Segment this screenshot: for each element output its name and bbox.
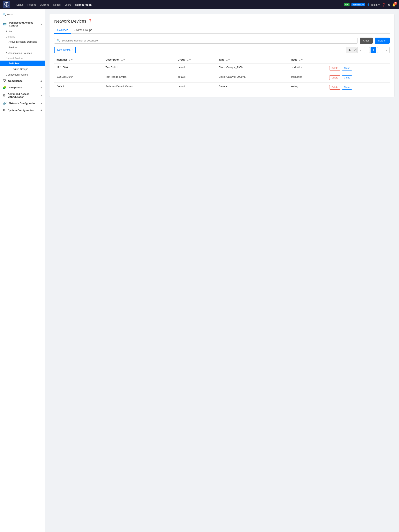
col-group[interactable]: Group ▲▼ bbox=[175, 56, 216, 63]
sidebar-section-network-config-header[interactable]: 🔗 Network Configuration ∧ bbox=[0, 100, 45, 107]
pagination: 25 10 50 100 « ‹ 1 › » bbox=[346, 47, 390, 53]
sidebar-item-switch-groups[interactable]: Switch Groups bbox=[0, 66, 45, 72]
sidebar-section-compliance: 🛡 Compliance ∧ bbox=[0, 77, 45, 84]
sidebar-section-policies-label: Policies and Access Control bbox=[9, 21, 39, 27]
chevron-down-icon-policies: ▾ bbox=[41, 23, 42, 25]
cell-actions-1: Delete Clone bbox=[327, 63, 390, 73]
clone-button-3[interactable]: Clone bbox=[342, 85, 352, 89]
api-badge[interactable]: API bbox=[344, 3, 349, 6]
delete-button-1[interactable]: Delete bbox=[329, 66, 340, 70]
delete-button-3[interactable]: Delete bbox=[329, 85, 340, 89]
nav-configuration[interactable]: Configuration bbox=[75, 3, 91, 7]
nav-status[interactable]: Status bbox=[16, 3, 24, 7]
sidebar-filter: 🔍 bbox=[0, 12, 45, 18]
delete-button-2[interactable]: Delete bbox=[329, 75, 340, 80]
sidebar-item-realms[interactable]: Realms bbox=[0, 44, 45, 50]
sidebar-label-network-devices: Network Devices bbox=[0, 56, 45, 61]
clone-button-1[interactable]: Clone bbox=[342, 66, 352, 70]
clone-button-2[interactable]: Clone bbox=[342, 75, 352, 80]
page-last-button[interactable]: » bbox=[384, 47, 390, 53]
sidebar-section-advanced-access-header[interactable]: ⚙ Advanced Access Configuration ∧ bbox=[0, 91, 45, 100]
puzzle-icon: 🧩 bbox=[3, 86, 7, 89]
sort-group-icon: ▲▼ bbox=[187, 59, 191, 61]
chevron-down-icon-compliance: ∧ bbox=[40, 80, 42, 82]
sort-type-icon: ▲▼ bbox=[226, 59, 230, 61]
cell-type-1: Cisco::Catalyst_2960 bbox=[216, 63, 288, 73]
main-content: Network Devices ❓ Switches Switch Groups… bbox=[45, 9, 399, 532]
chevron-down-icon-advanced: ∧ bbox=[40, 94, 42, 97]
sidebar: 🔍 🪪 Policies and Access Control ▾ Roles … bbox=[0, 9, 45, 532]
toolbar: New Switch ▾ 25 10 50 100 « ‹ 1 › » bbox=[54, 47, 390, 53]
cell-group-3: default bbox=[175, 82, 216, 92]
nav-users[interactable]: Users bbox=[64, 3, 71, 7]
logo[interactable] bbox=[3, 1, 10, 8]
col-description[interactable]: Description ▲▼ bbox=[103, 56, 175, 63]
page-current-button[interactable]: 1 bbox=[371, 47, 376, 53]
cell-description-2: Test Range Switch bbox=[103, 73, 175, 82]
help-circle-icon[interactable]: ❓ bbox=[88, 19, 92, 23]
nav-nodes[interactable]: Nodes bbox=[53, 3, 61, 7]
id-card-icon: 🪪 bbox=[3, 22, 7, 26]
sidebar-section-compliance-label: Compliance bbox=[8, 79, 39, 82]
nav-auditing[interactable]: Auditing bbox=[40, 3, 49, 7]
notification-bell-icon[interactable]: 🔔 3 bbox=[392, 3, 396, 7]
table-row: 192.168.0.1 Test Switch default Cisco::C… bbox=[54, 63, 390, 73]
search-input[interactable] bbox=[62, 39, 355, 42]
table-body: 192.168.0.1 Test Switch default Cisco::C… bbox=[54, 63, 390, 92]
tab-switches[interactable]: Switches bbox=[54, 27, 71, 34]
new-switch-button[interactable]: New Switch ▾ bbox=[54, 47, 76, 53]
nav-right: API dashboard 👤 admin ▾ ❓ ✖ 🔔 3 bbox=[344, 3, 396, 7]
page-layout: 🔍 🪪 Policies and Access Control ▾ Roles … bbox=[0, 9, 399, 532]
switches-table: Identifier ▲▼ Description ▲▼ Group ▲▼ bbox=[54, 56, 390, 92]
col-actions bbox=[327, 56, 390, 63]
sidebar-section-policies-header[interactable]: 🪪 Policies and Access Control ▾ bbox=[0, 20, 45, 29]
clear-button[interactable]: Clear bbox=[360, 38, 373, 44]
page-title-text: Network Devices bbox=[54, 19, 86, 24]
search-button[interactable]: Search bbox=[375, 38, 390, 44]
page-size-select[interactable]: 25 10 50 100 bbox=[346, 47, 357, 53]
sidebar-item-auth-sources[interactable]: Authentication Sources bbox=[0, 50, 45, 56]
col-type[interactable]: Type ▲▼ bbox=[216, 56, 288, 63]
shield-icon: 🛡 bbox=[3, 79, 6, 82]
sidebar-item-roles[interactable]: Roles bbox=[0, 29, 45, 34]
dashboard-badge[interactable]: dashboard bbox=[351, 3, 365, 6]
tab-switch-groups[interactable]: Switch Groups bbox=[71, 27, 95, 34]
sidebar-section-system-config-header[interactable]: ⚙ System Configuration ∧ bbox=[0, 107, 45, 114]
col-mode[interactable]: Mode ▲▼ bbox=[288, 56, 327, 63]
sidebar-item-switches[interactable]: Switches bbox=[0, 61, 45, 66]
sidebar-filter-input[interactable] bbox=[7, 13, 42, 16]
search-icon: 🔍 bbox=[57, 39, 60, 42]
sidebar-item-connection-profiles[interactable]: Connection Profiles bbox=[0, 72, 45, 77]
sidebar-section-network-config: 🔗 Network Configuration ∧ bbox=[0, 100, 45, 107]
sidebar-section-compliance-header[interactable]: 🛡 Compliance ∧ bbox=[0, 77, 45, 84]
cell-type-2: Cisco::Catalyst_2900XL bbox=[216, 73, 288, 82]
notification-count: 3 bbox=[394, 2, 397, 5]
chevron-down-icon-system: ∧ bbox=[40, 109, 42, 111]
cell-identifier-1: 192.168.0.1 bbox=[54, 63, 103, 73]
new-switch-label: New Switch bbox=[57, 49, 71, 51]
page-first-button[interactable]: « bbox=[357, 47, 363, 53]
nav-reports[interactable]: Reports bbox=[27, 3, 36, 7]
new-switch-caret-icon: ▾ bbox=[72, 49, 73, 51]
network-icon: 🔗 bbox=[3, 101, 7, 105]
page-prev-button[interactable]: ‹ bbox=[364, 47, 370, 53]
sidebar-item-ad-domains[interactable]: Active Directory Domains bbox=[0, 39, 45, 44]
advanced-access-icon: ⚙ bbox=[3, 94, 6, 97]
tabs: Switches Switch Groups bbox=[54, 27, 390, 34]
sidebar-section-integration-label: Integration bbox=[9, 86, 39, 89]
user-caret-icon: ▾ bbox=[378, 3, 380, 6]
wrench-icon[interactable]: ✖ bbox=[387, 3, 390, 7]
cell-description-3: Switches Default Values bbox=[103, 82, 175, 92]
sidebar-section-integration: 🧩 Integration ∧ bbox=[0, 84, 45, 91]
page-next-button[interactable]: › bbox=[377, 47, 383, 53]
cell-type-3: Generic bbox=[216, 82, 288, 92]
cell-mode-3: testing bbox=[288, 82, 327, 92]
sidebar-section-advanced-access-label: Advanced Access Configuration bbox=[8, 93, 39, 98]
table-header: Identifier ▲▼ Description ▲▼ Group ▲▼ bbox=[54, 56, 390, 63]
sort-description-icon: ▲▼ bbox=[121, 59, 125, 61]
sidebar-section-integration-header[interactable]: 🧩 Integration ∧ bbox=[0, 84, 45, 91]
help-icon[interactable]: ❓ bbox=[382, 3, 386, 7]
user-menu[interactable]: 👤 admin ▾ bbox=[367, 3, 380, 6]
col-identifier[interactable]: Identifier ▲▼ bbox=[54, 56, 103, 63]
cell-identifier-3: Default bbox=[54, 82, 103, 92]
